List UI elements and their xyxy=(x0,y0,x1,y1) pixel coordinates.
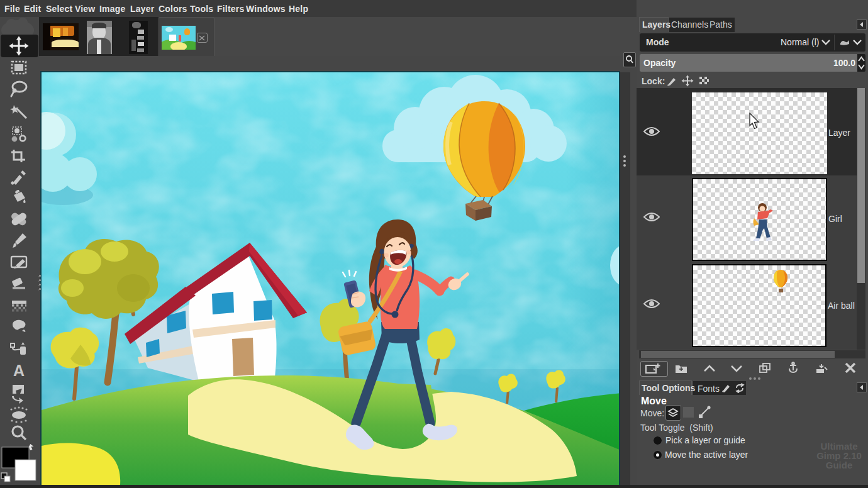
svg-text:A: A xyxy=(13,362,25,379)
